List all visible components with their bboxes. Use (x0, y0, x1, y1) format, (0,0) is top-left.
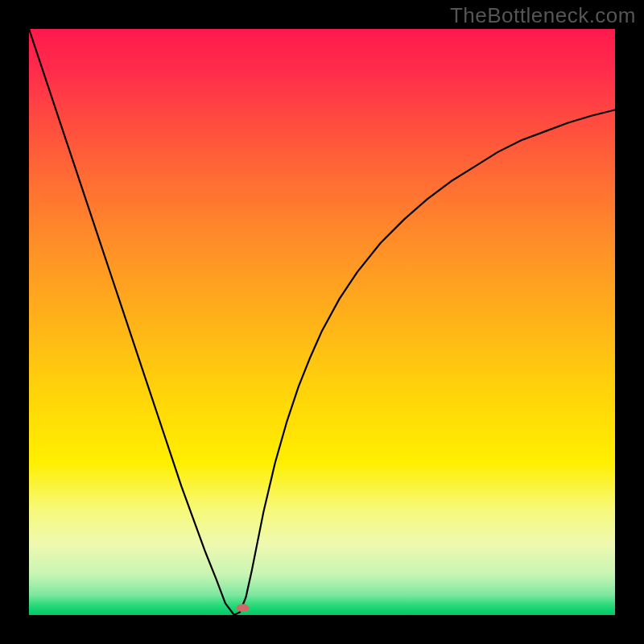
watermark-text: TheBottleneck.com (450, 3, 636, 28)
chart-svg (29, 29, 615, 615)
plot-area (29, 29, 615, 615)
curve-marker (237, 604, 250, 612)
chart-frame: TheBottleneck.com (0, 0, 644, 644)
gradient-background (29, 29, 615, 615)
